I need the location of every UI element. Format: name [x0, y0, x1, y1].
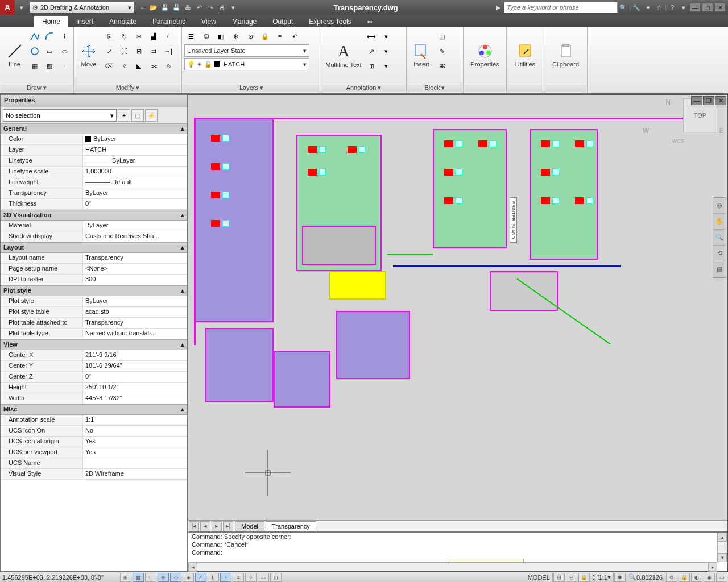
sc-toggle[interactable]: ⊡	[270, 573, 282, 582]
qat-new-button[interactable]: ▫	[136, 2, 148, 13]
property-value[interactable]: 445'-3 17/32"	[83, 393, 187, 404]
transparency-toggle[interactable]: ◊	[245, 573, 257, 582]
property-value[interactable]: Yes	[83, 447, 187, 458]
property-value[interactable]: Casts and Receives Sha...	[83, 231, 187, 242]
ducs-toggle[interactable]: L	[208, 573, 219, 582]
leader-dropdown[interactable]: ▾	[379, 44, 393, 58]
break-button[interactable]: ⎋	[162, 59, 175, 73]
qat-dropdown[interactable]: ▾	[228, 2, 239, 13]
trim-button[interactable]: ✂	[132, 30, 146, 43]
property-row[interactable]: Plot style tableacad.stb	[1, 307, 187, 318]
property-value[interactable]: <None>	[83, 264, 187, 274]
quick-select-button[interactable]: ⚡	[145, 109, 158, 122]
property-row[interactable]: Thickness0"	[1, 199, 187, 210]
property-row[interactable]: Layout nameTransparency	[1, 253, 187, 264]
tab-insert[interactable]: Insert	[68, 16, 101, 27]
property-value[interactable]: ByLayer	[83, 134, 187, 144]
panel-draw-title[interactable]: Draw ▾	[1, 82, 72, 92]
help-icon[interactable]: ?	[667, 2, 678, 13]
spline-button[interactable]: ⌇	[57, 30, 71, 43]
qat-redo-button[interactable]: ↷	[205, 2, 216, 13]
property-row[interactable]: UCS Name	[1, 458, 187, 469]
property-value[interactable]: Transparency	[83, 253, 187, 263]
property-row[interactable]: LayerHATCH	[1, 145, 187, 156]
quickview-layouts[interactable]: ⊞	[553, 573, 565, 582]
select-objects-button[interactable]: ⬚	[131, 109, 144, 122]
property-row[interactable]: TransparencyByLayer	[1, 188, 187, 199]
layer-iso-button[interactable]: ◧	[214, 30, 228, 43]
property-row[interactable]: Center Y181'-6 39/64"	[1, 361, 187, 372]
grid-toggle[interactable]: ▦	[133, 573, 144, 582]
mtext-button[interactable]: A Multiline Text	[324, 30, 363, 81]
category-header[interactable]: Misc▴	[1, 404, 187, 415]
layout-prev-button[interactable]: ◂	[200, 521, 210, 531]
workspace-selector[interactable]: ⚙ 2D Drafting & Annotation ▾	[30, 2, 134, 13]
drawing-canvas[interactable]: N E W TOP WCS ◎ ✋ 🔍 ⟲ ▦	[188, 95, 727, 520]
erase-button[interactable]: ⌫	[102, 59, 116, 73]
property-value[interactable]: Named without translati...	[83, 329, 187, 339]
command-window[interactable]: Command: Specify opposite corner: Comman…	[188, 531, 727, 571]
search-input[interactable]	[504, 2, 618, 13]
property-row[interactable]: UCS per viewportYes	[1, 447, 187, 458]
tab-addins[interactable]: ▪▫	[359, 16, 380, 27]
qat-save-button[interactable]: 💾	[159, 2, 171, 13]
property-value[interactable]	[83, 458, 187, 468]
quickview-drawings[interactable]: ⊟	[566, 573, 577, 582]
isolate-objects[interactable]: ◉	[704, 573, 715, 582]
property-row[interactable]: MaterialByLayer	[1, 221, 187, 231]
layout-last-button[interactable]: ▸|	[223, 521, 233, 531]
qat-open-button[interactable]: 📂	[148, 2, 159, 13]
app-menu-dropdown[interactable]: ▾	[16, 2, 27, 13]
arc-button[interactable]	[43, 30, 56, 43]
copy-button[interactable]: ⎘	[102, 30, 116, 43]
property-value[interactable]: 1:1	[83, 415, 187, 425]
property-value[interactable]: ———— Default	[83, 177, 187, 188]
dim-dropdown[interactable]: ▾	[379, 30, 393, 43]
qat-saveas-button[interactable]: 💾	[171, 2, 182, 13]
polar-toggle[interactable]: ⊕	[158, 573, 169, 582]
extend-button[interactable]: →|	[162, 44, 175, 58]
property-value[interactable]: ByLayer	[83, 188, 187, 198]
hardware-accel[interactable]: ◐	[691, 573, 702, 582]
layer-properties-button[interactable]: ☰	[184, 30, 198, 43]
offset-button[interactable]: ⇉	[147, 44, 160, 58]
property-value[interactable]: Transparency	[83, 318, 187, 328]
property-value[interactable]: 300	[83, 275, 187, 285]
property-value[interactable]: ———— ByLayer	[83, 156, 187, 166]
property-row[interactable]: Width445'-3 17/32"	[1, 393, 187, 404]
create-block-button[interactable]: ◫	[435, 30, 449, 43]
layout-tab-transparency[interactable]: Transparency	[266, 521, 316, 531]
property-row[interactable]: ColorByLayer	[1, 134, 187, 145]
model-space-toggle[interactable]: MODEL	[526, 572, 553, 582]
favorites-icon[interactable]: ☆	[653, 2, 665, 13]
doc-minimize-button[interactable]: —	[691, 96, 702, 105]
property-row[interactable]: Plot styleByLayer	[1, 296, 187, 307]
move-button[interactable]: Move	[76, 30, 101, 81]
qat-print-button[interactable]: 🖨	[216, 2, 228, 13]
property-row[interactable]: UCS icon at originYes	[1, 436, 187, 447]
insert-block-button[interactable]: Insert	[409, 30, 434, 81]
otrack-toggle[interactable]: ∠	[195, 573, 206, 582]
anno-visibility[interactable]: ✱	[614, 573, 626, 582]
layer-off-button[interactable]: ⊘	[243, 30, 257, 43]
property-row[interactable]: DPI to raster300	[1, 275, 187, 285]
panel-block-title[interactable]: Block ▾	[408, 82, 462, 92]
panel-modify-title[interactable]: Modify ▾	[75, 82, 180, 92]
property-value[interactable]: ByLayer	[83, 221, 187, 231]
tab-parametric[interactable]: Parametric	[144, 16, 193, 27]
category-header[interactable]: View▴	[1, 339, 187, 350]
layer-prev-button[interactable]: ↶	[288, 30, 301, 43]
property-row[interactable]: Center Z0"	[1, 372, 187, 383]
properties-panel-button[interactable]: Properties	[466, 30, 504, 81]
hatch-button[interactable]: ▦	[28, 59, 42, 73]
layout-tab-model[interactable]: Model	[235, 521, 264, 531]
property-value[interactable]: 0"	[83, 372, 187, 382]
edit-block-button[interactable]: ✎	[435, 44, 449, 58]
property-value[interactable]: HATCH	[83, 145, 187, 155]
point-button[interactable]: ·	[57, 59, 71, 73]
category-header[interactable]: Layout▴	[1, 242, 187, 253]
layer-match-button[interactable]: ≡	[273, 30, 287, 43]
3dosnap-toggle[interactable]: ◈	[183, 573, 194, 582]
qat-undo-button[interactable]: ↶	[193, 2, 205, 13]
cmd-scroll-down[interactable]: ▾	[718, 553, 727, 562]
